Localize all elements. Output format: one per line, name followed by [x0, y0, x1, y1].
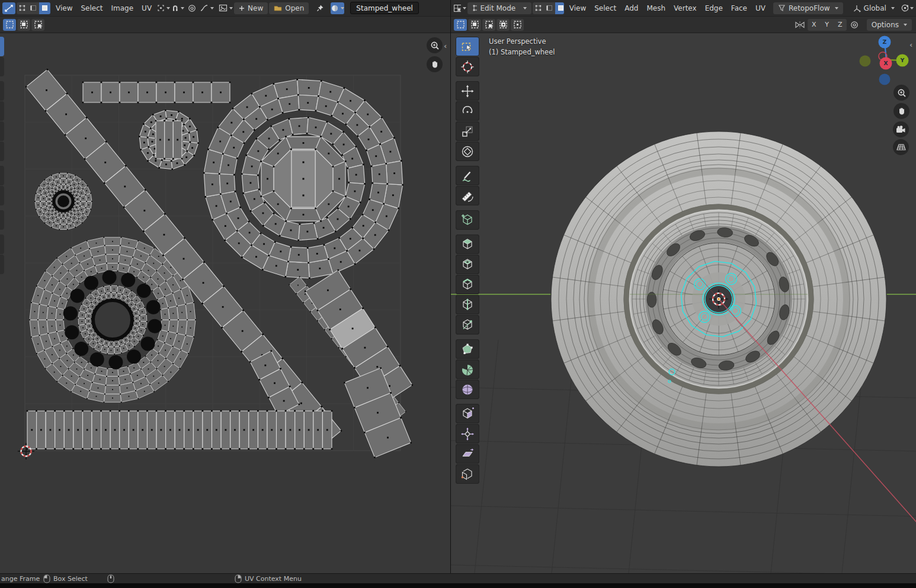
new-image-button[interactable]: New — [234, 2, 268, 14]
uv-select-mode-extend[interactable] — [17, 19, 30, 31]
orientation-label: Global — [864, 4, 886, 12]
uv-menu-image[interactable]: Image — [107, 4, 138, 12]
tool-scale[interactable] — [456, 121, 479, 141]
tool-bevel[interactable] — [456, 275, 479, 294]
uv-tool-sliver-5[interactable] — [0, 142, 4, 161]
uv-select-mode-subtract[interactable] — [31, 19, 44, 31]
uv-tool-sliver-10[interactable] — [0, 255, 4, 274]
uv-canvas[interactable] — [0, 32, 450, 573]
mesh-select-mode-edge[interactable] — [544, 2, 555, 14]
uv-select-mode-set[interactable] — [3, 19, 16, 31]
uv-tool-sliver-2[interactable] — [0, 81, 4, 101]
mode-dropdown[interactable]: Edit Mode — [467, 2, 531, 14]
uv-menu-view[interactable]: View — [52, 4, 76, 12]
uv-zoom-button[interactable] — [427, 37, 443, 53]
uv-tool-sliver-0[interactable] — [0, 37, 4, 56]
tool-annotate[interactable] — [456, 166, 479, 185]
tool-select-box[interactable] — [456, 37, 479, 56]
tool-spin[interactable] — [456, 359, 479, 379]
viewport-menu-edge[interactable]: Edge — [701, 4, 727, 12]
viewport-menu-add[interactable]: Add — [620, 4, 642, 12]
uv-toolbar-collapsed[interactable] — [0, 37, 4, 275]
tool-move[interactable] — [456, 81, 479, 101]
tool-edge-slide[interactable] — [456, 404, 479, 423]
viewport-camera-button[interactable] — [893, 121, 909, 137]
uv-tool-sliver-8[interactable] — [0, 210, 4, 230]
uv-select-mode-face[interactable] — [39, 2, 50, 14]
tool-poly-build[interactable] — [456, 339, 479, 359]
uv-menu-uv[interactable]: UV — [137, 4, 156, 12]
uv-tool-sliver-3[interactable] — [0, 101, 4, 121]
svg-text:Z: Z — [883, 38, 887, 45]
viewport-menu-vertex[interactable]: Vertex — [670, 4, 701, 12]
image-channels-button[interactable] — [331, 2, 344, 14]
pin-button[interactable] — [313, 2, 326, 14]
viewport-proportional-edit-button[interactable] — [848, 19, 861, 31]
mirror-button[interactable] — [793, 19, 806, 31]
editor-type-button-uv[interactable] — [2, 2, 15, 14]
orientation-dropdown[interactable]: Global — [848, 2, 899, 14]
viewport-pan-button[interactable] — [893, 103, 909, 119]
navigation-gizmo[interactable]: ZYX — [857, 32, 916, 91]
chevron-down-icon — [904, 24, 907, 26]
options-dropdown[interactable]: Options — [867, 19, 912, 31]
mirror-axis-y[interactable]: Y — [821, 19, 834, 31]
select-mode-invert[interactable] — [497, 19, 510, 31]
tool-shear[interactable] — [456, 444, 479, 464]
viewport-perspective-toggle[interactable] — [893, 139, 909, 155]
tool-add-cube[interactable] — [456, 210, 479, 230]
mirror-axis-z[interactable]: Z — [834, 19, 847, 31]
mesh-select-mode-face[interactable] — [555, 2, 564, 14]
open-image-button[interactable]: Open — [269, 2, 309, 14]
select-mode-intersect[interactable] — [511, 19, 524, 31]
uv-select-mode-vertex[interactable] — [17, 2, 28, 14]
uv-pivot-button[interactable] — [157, 2, 170, 14]
uv-tool-sliver-1[interactable] — [0, 57, 4, 76]
tool-transform[interactable] — [456, 142, 479, 161]
uv-tool-sliver-9[interactable] — [0, 234, 4, 254]
tool-measure[interactable] — [456, 186, 479, 205]
proportional-edit-icon — [850, 21, 859, 29]
zoom-icon — [430, 41, 440, 50]
uv-tool-sliver-4[interactable] — [0, 121, 4, 141]
tool-cursor[interactable] — [456, 57, 479, 76]
tool-rotate[interactable] — [456, 101, 479, 121]
uv-select-mode-edge[interactable] — [28, 2, 39, 14]
mirror-axis-x[interactable]: X — [808, 19, 821, 31]
uv-sidebar-toggle[interactable]: ‹ — [444, 41, 447, 50]
mesh-select-mode-vertex[interactable] — [533, 2, 544, 14]
retopoflow-dropdown[interactable]: RetopoFlow — [773, 2, 843, 14]
viewport-canvas[interactable] — [451, 32, 916, 573]
uv-tool-sliver-7[interactable] — [0, 186, 4, 205]
tool-shrink-fatten[interactable] — [456, 424, 479, 444]
uv-pan-button[interactable] — [427, 56, 443, 72]
select-mode-extend[interactable] — [468, 19, 481, 31]
chevron-down-icon — [181, 7, 184, 9]
uv-menu-select[interactable]: Select — [76, 4, 107, 12]
uv-editor-icon — [4, 4, 14, 12]
viewport-sidebar-toggle[interactable]: ‹ — [909, 40, 912, 49]
tool-loop-cut[interactable] — [456, 295, 479, 314]
image-name-field[interactable]: Stamped_wheel — [350, 2, 419, 14]
tool-knife[interactable] — [456, 315, 479, 335]
viewport-menu-view[interactable]: View — [565, 4, 590, 12]
viewport-menu-uv[interactable]: UV — [751, 4, 770, 12]
editor-type-button-3d[interactable] — [453, 2, 466, 14]
viewport-menu-face[interactable]: Face — [727, 4, 751, 12]
viewport-3d: Edit Mode — [450, 0, 916, 573]
tool-extrude-region[interactable] — [456, 234, 479, 254]
tool-rip-region[interactable] — [456, 464, 479, 484]
image-browse-button[interactable] — [219, 2, 233, 14]
viewport-zoom-button[interactable] — [893, 85, 909, 101]
viewport-snap-button[interactable] — [901, 2, 914, 14]
uv-falloff-button[interactable] — [200, 2, 214, 14]
select-mode-subtract[interactable] — [482, 19, 495, 31]
uv-tool-sliver-6[interactable] — [0, 166, 4, 185]
uv-proportional-edit-button[interactable] — [185, 2, 198, 14]
tool-inset-faces[interactable] — [456, 255, 479, 274]
uv-snap-button[interactable] — [171, 2, 184, 14]
viewport-menu-mesh[interactable]: Mesh — [642, 4, 670, 12]
tool-smooth[interactable] — [456, 380, 479, 399]
select-mode-set[interactable] — [454, 19, 467, 31]
viewport-menu-select[interactable]: Select — [590, 4, 620, 12]
